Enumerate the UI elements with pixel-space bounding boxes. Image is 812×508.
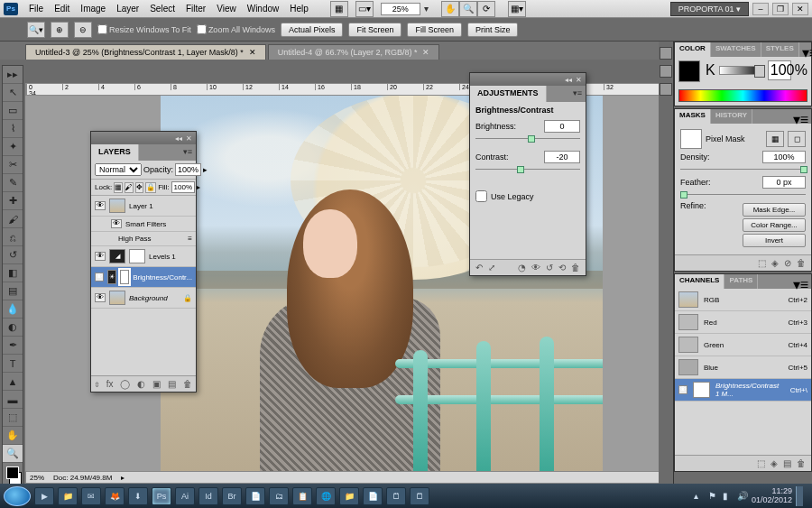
taskbar-app[interactable]: ⬇ (128, 487, 148, 505)
tray-volume-icon[interactable]: 🔊 (737, 491, 748, 502)
channel-row[interactable]: GreenCtrl+4 (675, 334, 811, 356)
move-tool[interactable]: ↖ (3, 84, 23, 102)
color-panel[interactable]: COLOR SWATCHES STYLES ▾≡ K 100 % (674, 42, 812, 106)
taskbar-app[interactable]: ▶ (34, 487, 54, 505)
menu-select[interactable]: Select (144, 2, 180, 15)
foreground-swatch[interactable] (678, 60, 700, 82)
dock-icon[interactable] (660, 65, 672, 78)
blur-tool[interactable]: 💧 (3, 300, 23, 319)
history-brush-tool[interactable]: ↺ (3, 246, 23, 264)
delete-channel-icon[interactable]: 🗑 (797, 458, 806, 468)
restore-button[interactable]: ❐ (772, 3, 789, 15)
crop-tool[interactable]: ✂ (3, 156, 23, 174)
new-group-icon[interactable]: ▣ (152, 379, 161, 389)
density-field[interactable]: 100% (762, 151, 806, 163)
foreground-color[interactable] (6, 466, 19, 479)
start-button[interactable] (4, 486, 31, 506)
taskbar-app[interactable]: 📁 (339, 487, 359, 505)
lock-all-icon[interactable]: 🔒 (145, 182, 156, 193)
screen-mode-icon[interactable]: ▦ (330, 1, 348, 17)
layer-row[interactable]: High Pass≡ (91, 232, 196, 246)
mask-edge-button[interactable]: Mask Edge... (743, 203, 806, 217)
collapse-toolbox-icon[interactable]: ▸▸ (3, 66, 23, 84)
taskbar-app[interactable]: 📁 (58, 487, 78, 505)
taskbar-app[interactable]: 🗂 (269, 487, 289, 505)
status-doc-size[interactable]: Doc: 24.9M/49.8M (53, 474, 112, 482)
pen-tool[interactable]: ✒ (3, 337, 23, 355)
workspace-switcher[interactable]: PROPORTA 01 ▾ (670, 2, 749, 16)
type-tool[interactable]: T (3, 355, 23, 373)
hand-tool-icon[interactable]: ✋ (441, 1, 459, 17)
styles-tab[interactable]: STYLES (761, 42, 799, 57)
taskbar-app[interactable]: 🦊 (105, 487, 125, 505)
load-selection-icon[interactable]: ⬚ (757, 458, 765, 468)
menu-help[interactable]: Help (284, 2, 314, 15)
panel-menu-icon[interactable]: ▾≡ (799, 42, 812, 57)
taskbar-app[interactable]: 📄 (245, 487, 265, 505)
contrast-field[interactable]: -20 (544, 151, 580, 163)
dock-collapse-strip[interactable] (659, 42, 673, 484)
dock-icon[interactable] (660, 47, 672, 60)
layer-row[interactable]: 👁Layer 1 (91, 196, 196, 217)
show-desktop-button[interactable] (796, 486, 803, 506)
new-adjustment-icon[interactable]: ◐ (137, 379, 145, 389)
fill-field[interactable]: 100% (171, 181, 195, 193)
paths-tab[interactable]: PATHS (724, 274, 758, 289)
zoom-tool[interactable]: 🔍 (3, 445, 23, 463)
adj-reset-icon[interactable]: ⟲ (558, 263, 566, 272)
panel-collapse-icon[interactable]: ◂◂ (565, 76, 572, 84)
k-slider[interactable] (719, 66, 764, 75)
masks-panel[interactable]: MASKS HISTORY ▾≡ Pixel Mask▦◻ Density:10… (674, 108, 812, 272)
layer-row[interactable]: 👁Background🔒 (91, 288, 196, 309)
k-value-field[interactable]: 100 (768, 60, 791, 80)
adjustments-tab[interactable]: ADJUSTMENTS (470, 86, 547, 102)
taskbar-app[interactable]: Id (198, 487, 218, 505)
panel-close-icon[interactable]: ✕ (576, 76, 582, 84)
taskbar-app-active[interactable]: Ps (152, 487, 171, 505)
hand-tool[interactable]: ✋ (3, 427, 23, 445)
visibility-icon[interactable]: 👁 (678, 385, 687, 394)
taskbar-app[interactable]: 🗒 (410, 487, 429, 505)
feather-slider[interactable] (680, 190, 806, 199)
3d-tool[interactable]: ⬚ (3, 409, 23, 427)
taskbar-app[interactable]: ✉ (81, 487, 101, 505)
brush-tool[interactable]: 🖌 (3, 210, 23, 228)
menu-filter[interactable]: Filter (180, 2, 211, 15)
document-tab-active[interactable]: Untitled-3 @ 25% (Brightness/Contrast 1,… (25, 44, 266, 60)
zoom-out-icon[interactable]: ⊖ (74, 22, 92, 38)
healing-brush-tool[interactable]: ✚ (3, 192, 23, 210)
layer-fx-icon[interactable]: fx (106, 379, 114, 389)
apply-mask-icon[interactable]: ◈ (771, 258, 779, 268)
color-tab[interactable]: COLOR (675, 42, 711, 57)
disable-mask-icon[interactable]: ⊘ (784, 258, 791, 268)
taskbar-app[interactable]: 📄 (363, 487, 383, 505)
layers-tab[interactable]: LAYERS (91, 144, 139, 161)
zoom-level-field[interactable]: 25% (381, 3, 420, 15)
menu-window[interactable]: Window (242, 2, 285, 15)
invert-mask-button[interactable]: Invert (743, 234, 806, 247)
visibility-icon[interactable]: 👁 (111, 219, 122, 228)
lasso-tool[interactable]: ⌇ (3, 120, 23, 138)
panel-menu-icon[interactable]: ▾≡ (790, 274, 811, 289)
visibility-icon[interactable]: 👁 (95, 201, 106, 210)
document-tab-inactive[interactable]: Untitled-4 @ 66.7% (Layer 2, RGB/8) *✕ (268, 44, 440, 60)
zoom-tool-indicator[interactable]: 🔍▾ (27, 22, 45, 38)
taskbar-app[interactable]: 📋 (292, 487, 312, 505)
color-range-button[interactable]: Color Range... (743, 218, 806, 232)
channel-row[interactable]: RGBCtrl+2 (675, 289, 811, 311)
taskbar-app[interactable]: Ai (175, 487, 195, 505)
print-size-button[interactable]: Print Size (467, 23, 519, 37)
menu-edit[interactable]: Edit (49, 2, 75, 15)
zoom-tool-icon[interactable]: 🔍 (459, 1, 477, 17)
adj-expand-icon[interactable]: ⤢ (488, 263, 495, 272)
channel-row[interactable]: BlueCtrl+5 (675, 356, 811, 379)
system-tray[interactable]: ▴ ⚑ ▮ 🔊 11:29 01/02/2012 (694, 486, 808, 506)
brightness-field[interactable]: 0 (544, 120, 580, 133)
delete-layer-icon[interactable]: 🗑 (183, 379, 192, 389)
masks-tab[interactable]: MASKS (675, 109, 711, 124)
channels-tab[interactable]: CHANNELS (675, 274, 724, 289)
filter-settings-icon[interactable]: ≡ (188, 235, 192, 243)
tray-flag-icon[interactable]: ⚑ (708, 491, 719, 502)
opacity-field[interactable]: 100% (175, 163, 201, 176)
panel-collapse-icon[interactable]: ◂◂ (175, 134, 182, 143)
